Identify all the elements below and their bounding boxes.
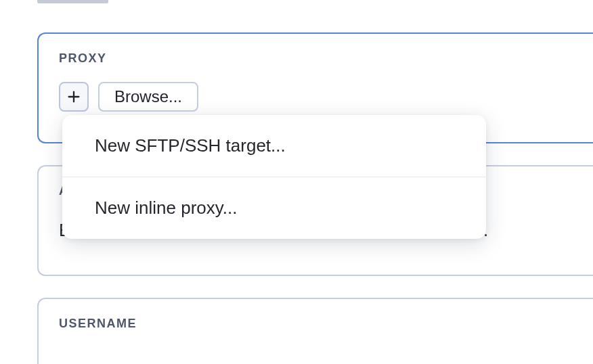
username-label: USERNAME bbox=[39, 299, 593, 331]
dropdown-item-inline-proxy[interactable]: New inline proxy... bbox=[62, 177, 486, 239]
plus-icon bbox=[66, 89, 81, 104]
browse-button-label: Browse... bbox=[114, 87, 182, 106]
proxy-label: PROXY bbox=[39, 34, 593, 66]
add-proxy-button[interactable] bbox=[59, 82, 89, 112]
dropdown-item-sftp-ssh[interactable]: New SFTP/SSH target... bbox=[62, 115, 486, 177]
tab-indicator bbox=[37, 0, 108, 3]
proxy-dropdown-menu: New SFTP/SSH target... New inline proxy.… bbox=[62, 115, 486, 239]
browse-button[interactable]: Browse... bbox=[98, 82, 198, 112]
username-section: USERNAME bbox=[37, 298, 593, 364]
